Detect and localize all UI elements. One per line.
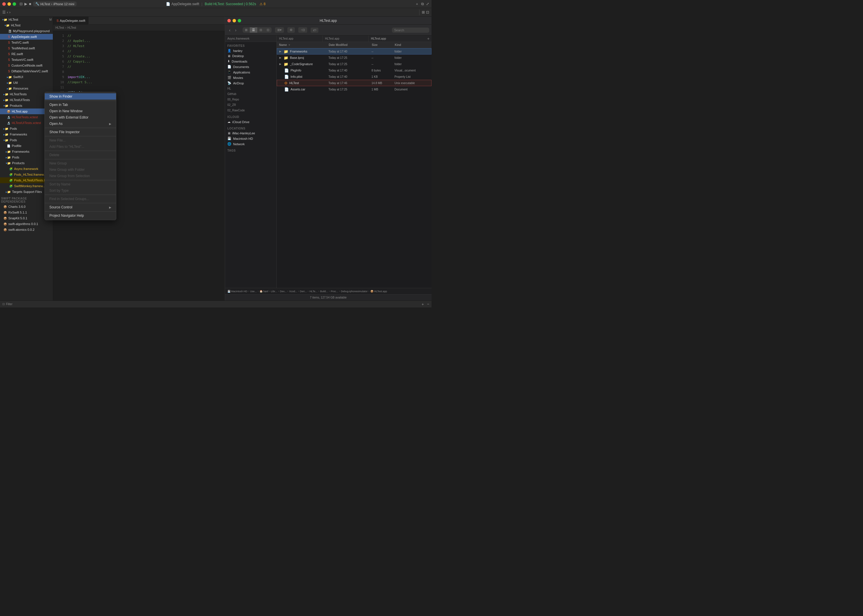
ctx-find-groups-label: Find in Selected Groups... — [49, 197, 89, 201]
ctx-sep-4 — [45, 151, 116, 151]
ctx-source-control[interactable]: Source Control ▶ — [45, 204, 116, 211]
navigator-icon[interactable]: ☰ — [2, 10, 6, 14]
forward-icon[interactable]: › — [9, 10, 10, 14]
finder-back-btn[interactable]: ‹ — [227, 27, 232, 33]
sidebar-item-re[interactable]: S RE.swift — [0, 51, 53, 57]
finder-col-date[interactable]: Date Modified — [329, 43, 372, 47]
editor-tab-appdelegate[interactable]: S AppDelegate.swift — [53, 17, 89, 25]
finder-00repo-item[interactable]: 00_Repo — [225, 97, 277, 102]
finder-github-item[interactable]: GitHub — [225, 91, 277, 97]
finder-col-header-1: Async.framework — [225, 36, 277, 42]
finder-sidebar-documents[interactable]: 📄 Documents — [225, 64, 277, 69]
charts-label: Charts 3.6.0 — [8, 205, 25, 208]
finder-sidebar-airdrop[interactable]: 📡 AirDrop — [225, 80, 277, 86]
sidebar-item-texturevc[interactable]: S TextureVC.swift — [0, 57, 53, 63]
split-view-icon[interactable]: ⧉ — [421, 2, 424, 6]
sidebar-item-hltest[interactable]: ▾📁 HLTest — [0, 22, 53, 28]
file-icon-pkginfo: 📄 — [284, 68, 289, 72]
sidebar-item-testmethod[interactable]: S TestMethod.swift — [0, 46, 53, 51]
finder-bottom-path: 💾 Macintosh HD › Use... › 🏠 hanl › Libr.… — [225, 288, 432, 294]
sidebar-item-customcell[interactable]: S CustomCellNode.swift — [0, 63, 53, 68]
finder-02rawcode-item[interactable]: 02_RawCode — [225, 108, 277, 113]
finder-arrange-btn[interactable]: ⊞▾ — [275, 27, 284, 33]
finder-action-btn[interactable]: ⚙ — [288, 27, 295, 33]
fullscreen-icon[interactable]: ⤢ — [426, 2, 429, 6]
code-line-7: 7// — [53, 64, 225, 69]
ctx-open-external-editor[interactable]: Open with External Editor — [45, 114, 116, 121]
ctx-show-file-inspector[interactable]: Show File Inspector — [45, 129, 116, 135]
finder-row-pkginfo[interactable]: 📄 PkgInfo Today at 17:40 8 bytes Visual.… — [277, 67, 432, 74]
pods-top-icon: ▸📁 — [3, 127, 8, 130]
delete-item-icon[interactable]: − — [427, 302, 429, 306]
swift-algorithms-label: swift-algorithms 0.0.1 — [8, 222, 38, 226]
finder-sidebar-applications[interactable]: 📱 Applications — [225, 69, 277, 75]
ctx-open-as[interactable]: Open As ▶ — [45, 121, 116, 127]
ctx-show-in-finder[interactable]: Show in Finder — [45, 93, 116, 100]
finder-sidebar-imac[interactable]: 🖥 iMac-HanleyLee — [225, 130, 277, 136]
finder-column-headers: Async.framework HLTest.app HLTest.app HL… — [225, 36, 432, 42]
finder-sidebar-network[interactable]: 🌐 Network — [225, 141, 277, 147]
close-button[interactable] — [2, 2, 6, 6]
finder-forward-btn[interactable]: › — [233, 27, 238, 33]
finder-close-btn[interactable] — [227, 19, 231, 22]
finder-gallery-view[interactable]: ⊡ — [264, 27, 272, 33]
finder-search-input[interactable] — [392, 28, 429, 33]
hltestuitests-xctest-label: HLTestUITests.xctest — [12, 121, 41, 124]
ctx-open-in-tab[interactable]: Open in Tab — [45, 102, 116, 108]
inspector-icon[interactable]: ⊡ — [426, 10, 429, 14]
sidebar-item-swift-atomics[interactable]: 📦 swift-atomics 0.0.2 — [0, 227, 53, 233]
sidebar-item-resources[interactable]: ▸📁 Resources — [0, 86, 53, 91]
stop-icon[interactable]: ■ — [29, 2, 31, 6]
sidebar-item-myplayground[interactable]: 📓 MyPlayground.playground — [0, 28, 53, 34]
finder-zoom-btn[interactable] — [238, 19, 241, 22]
sidebar-item-appdelegate[interactable]: S AppDelegate.swift — [0, 34, 53, 39]
finder-row-frameworks[interactable]: ▶ 📁 Frameworks Today at 17:40 -- folder — [277, 48, 432, 55]
sidebar-item-project[interactable]: ▾📁 HLTest M — [0, 17, 53, 22]
finder-row-baselproj[interactable]: ▶ 📁 Base.lproj Today at 17:25 -- folder — [277, 55, 432, 61]
finder-col-name[interactable]: Name ▾ — [279, 43, 329, 47]
breadcrumb-project: HLTest — [55, 26, 64, 29]
finder-02zr-item[interactable]: 02_ZR — [225, 102, 277, 108]
finder-col-kind[interactable]: Kind — [395, 43, 429, 47]
finder-add-col-btn[interactable]: ＋ — [425, 36, 432, 41]
ctx-open-new-window[interactable]: Open in New Window — [45, 108, 116, 114]
add-tab-icon[interactable]: ＋ — [415, 2, 419, 6]
finder-row-hltest-exec[interactable]: ⚙ HLTest Today at 17:46 14.8 MB Unix exe… — [277, 80, 432, 86]
finder-kind-infoplist: Property List — [395, 75, 429, 79]
finder-row-assets[interactable]: 📄 Assets.car Today at 17:25 1 MB Documen… — [277, 86, 432, 93]
finder-sidebar-movies[interactable]: 🎬 Movies — [225, 75, 277, 80]
finder-sidebar-macintosh-hd[interactable]: 💾 Macintosh HD — [225, 136, 277, 141]
ctx-source-control-label: Source Control — [49, 205, 72, 209]
finder-tag-btn[interactable]: 🏷 — [311, 28, 318, 33]
ctx-project-navigator-help[interactable]: Project Navigator Help — [45, 212, 116, 219]
sidebar-item-diffable[interactable]: S DiffableTableViewVC.swift — [0, 68, 53, 74]
finder-sidebar-icloud-drive[interactable]: ☁ iCloud Drive — [225, 119, 277, 124]
add-item-icon[interactable]: ＋ — [421, 302, 424, 307]
targets-support-icon: ▸📁 — [6, 190, 11, 193]
products-label: Products — [10, 104, 22, 107]
play-icon[interactable]: ▶ — [24, 2, 27, 6]
minimize-button[interactable] — [8, 2, 11, 6]
scheme-selector[interactable]: 🔧 HLTest › iPhone 12 mini — [33, 2, 77, 6]
sidebar-item-testvc[interactable]: S TestVC.swift — [0, 39, 53, 46]
finder-row-infoplist[interactable]: 📄 Info.plist Today at 17:40 1 KB Propert… — [277, 74, 432, 80]
back-icon[interactable]: ‹ — [7, 10, 8, 14]
finder-hl-item[interactable]: HL — [225, 86, 277, 91]
swift-atomics-icon: 📦 — [3, 228, 7, 231]
finder-list-view[interactable]: ☰ — [250, 27, 257, 33]
finder-icon-view[interactable]: ⊞ — [243, 27, 250, 33]
sidebar-item-util[interactable]: ▸📁 Util — [0, 80, 53, 86]
finder-column-view[interactable]: ⊟ — [257, 27, 264, 33]
layout-icon[interactable]: ⊞ — [422, 10, 425, 14]
finder-sidebar-hanley[interactable]: 👤 hanley — [225, 48, 277, 53]
sidebar-item-swift-algorithms[interactable]: 📦 swift-algorithms 0.0.1 — [0, 221, 53, 227]
finder-sidebar-desktop[interactable]: 🖥 Desktop — [225, 53, 277, 58]
maximize-button[interactable] — [13, 2, 16, 6]
finder-col-size[interactable]: Size — [372, 43, 395, 47]
finder-sidebar-downloads[interactable]: ⬇ Downloads — [225, 58, 277, 64]
finder-minimize-btn[interactable] — [233, 19, 236, 22]
finder-share-btn[interactable]: ↑⊡ — [298, 27, 307, 33]
sidebar-toggle-icon[interactable]: ⊟ — [19, 2, 23, 6]
sidebar-item-swiftui[interactable]: ▸📁 SwiftUI — [0, 74, 53, 80]
finder-row-codesignature[interactable]: ▶ 📁 _CodeSignature Today at 17:25 -- fol… — [277, 61, 432, 67]
